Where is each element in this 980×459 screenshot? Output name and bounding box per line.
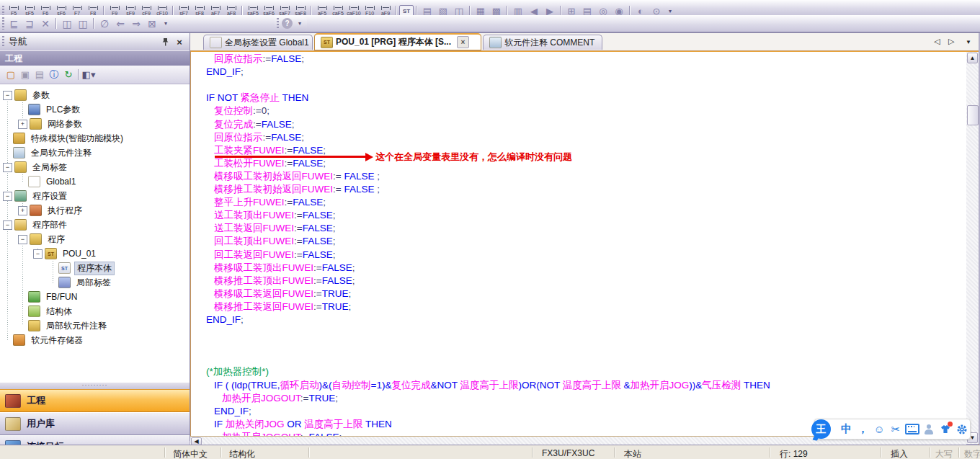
tree-item[interactable]: −全局标签: [0, 160, 69, 174]
tree-item-label: FB/FUN: [44, 292, 79, 302]
stack-button-project[interactable]: 工程: [0, 389, 190, 412]
toolbar-overflow-icon[interactable]: ▾: [666, 8, 674, 14]
tree-item[interactable]: 结构体: [0, 304, 74, 318]
expand-icon[interactable]: +: [18, 120, 27, 129]
tree-item[interactable]: Global1: [0, 174, 78, 189]
code-line[interactable]: 回原位指示:=FALSE;: [214, 53, 304, 65]
tree-item[interactable]: PLC参数: [0, 102, 82, 117]
ime-logo-icon[interactable]: 王: [811, 419, 831, 439]
tree-item[interactable]: −STPOU_01: [0, 246, 98, 261]
tree-item[interactable]: 全局软元件注释: [0, 146, 94, 160]
code-line[interactable]: 横移吸工装顶出FUWEI:=FALSE;: [214, 262, 355, 274]
collapse-icon[interactable]: −: [3, 91, 12, 100]
code-line[interactable]: 回工装返回FUWEI:=FALSE;: [214, 249, 335, 261]
code-line[interactable]: 复位完成:=FALSE;: [214, 119, 294, 130]
tab-scroll-left-icon[interactable]: ◁: [934, 37, 940, 46]
tree-item[interactable]: 局部软元件注释: [0, 318, 109, 333]
code-line[interactable]: END_IF;: [214, 406, 251, 417]
code-line[interactable]: 送工装返回FUWEI:=FALSE;: [214, 223, 335, 234]
code-line[interactable]: (*加热器控制*): [206, 366, 269, 378]
start-monitor-icon[interactable]: ◫: [59, 17, 75, 30]
outline-expand-icon[interactable]: ⊒: [22, 17, 37, 30]
profile-icon[interactable]: [920, 422, 937, 437]
stop-monitor-icon[interactable]: ◫: [75, 17, 91, 30]
help-icon[interactable]: ?: [282, 18, 293, 29]
sort-filter-icon[interactable]: ◧▾: [81, 68, 96, 82]
refresh-icon[interactable]: ↻: [61, 68, 76, 82]
pin-icon[interactable]: [159, 36, 171, 48]
stack-button-user-library[interactable]: 用户库: [0, 412, 190, 435]
code-line[interactable]: 横移推工装初始返回FUWEI:= FALSE ;: [214, 184, 380, 195]
delete-icon[interactable]: ✕: [37, 17, 53, 30]
tree-item[interactable]: ST程序本体: [0, 261, 115, 275]
settings-gear-icon[interactable]: [953, 422, 970, 437]
project-tree: −参数PLC参数+网络参数特殊模块(智能功能模块)全局软元件注释−全局标签Glo…: [0, 84, 190, 383]
tree-item[interactable]: +网络参数: [0, 117, 84, 131]
vertical-scrollbar-thumb[interactable]: [967, 105, 979, 125]
toolbar-overflow-icon[interactable]: ▾: [295, 20, 304, 27]
code-line[interactable]: 送工装顶出FUWEI:=FALSE;: [214, 210, 335, 221]
code-line[interactable]: 复位控制:=0;: [214, 105, 270, 117]
tab-close-icon[interactable]: ×: [457, 36, 469, 48]
code-line[interactable]: IF 加热关闭JOG OR 温度高于上限 THEN: [214, 419, 392, 430]
tree-item[interactable]: −参数: [0, 88, 52, 102]
verify-icon[interactable]: ⊠: [144, 17, 160, 30]
chinese-mode-icon[interactable]: 中: [838, 422, 855, 437]
code-line[interactable]: 回原位指示:=FALSE;: [214, 132, 304, 143]
code-line[interactable]: IF NOT 紧急停止 THEN: [206, 92, 308, 104]
new-item-icon[interactable]: ▢: [4, 68, 18, 82]
tab-scroll-right-icon[interactable]: ▷: [948, 37, 954, 46]
tree-item[interactable]: 局部标签: [0, 275, 113, 290]
code-line[interactable]: 横移推工装顶出FUWEI:=FALSE;: [214, 275, 355, 287]
tree-item[interactable]: FB/FUN: [0, 290, 79, 304]
read-from-plc-icon[interactable]: ⇐: [112, 17, 128, 30]
code-line[interactable]: 横移推工装返回FUWEI:=TRUE;: [214, 301, 351, 313]
collapse-icon[interactable]: −: [3, 220, 12, 230]
collapse-icon[interactable]: −: [18, 235, 27, 244]
punctuation-icon[interactable]: ，: [855, 422, 871, 437]
property-icon[interactable]: ⓘ: [47, 68, 61, 82]
document-tab-0[interactable]: 全局标签设置 Global1: [203, 35, 313, 50]
code-line[interactable]: 横移吸工装初始返回FUWEI:= FALSE ;: [214, 171, 380, 182]
code-line[interactable]: 回工装顶出FUWEI:=FALSE;: [214, 236, 335, 247]
outline-collapse-icon[interactable]: ⊑: [6, 17, 22, 30]
skin-icon[interactable]: [937, 422, 953, 437]
offline-icon[interactable]: ∅: [97, 17, 112, 30]
panel-splitter[interactable]: ·········: [0, 383, 190, 389]
code-line[interactable]: END_IF;: [206, 66, 244, 78]
code-line[interactable]: 工装夹紧FUWEI:=FALSE;: [214, 145, 326, 156]
ime-toolbar[interactable]: 王 中，☺✂: [814, 419, 971, 440]
emoji-icon[interactable]: ☺: [871, 422, 888, 437]
ladder-symbol-glyph: [41, 6, 50, 10]
code-line[interactable]: 横移吸工装返回FUWEI:=TRUE;: [214, 288, 351, 300]
document-tab-2[interactable]: 软元件注释 COMMENT: [483, 35, 602, 50]
scroll-up-icon[interactable]: ▲: [967, 53, 978, 63]
code-line[interactable]: END_IF;: [206, 314, 244, 326]
st-code-editor[interactable]: 回原位指示:=FALSE;END_IF;IF NOT 紧急停止 THEN复位控制…: [190, 52, 967, 436]
document-tab-1[interactable]: STPOU_01 [PRG] 程序本体 [S...×: [314, 33, 481, 50]
tab-menu-icon[interactable]: ▼: [966, 39, 971, 45]
tree-item[interactable]: 特殊模块(智能功能模块): [0, 131, 125, 146]
vertical-scrollbar[interactable]: ▲ ▼: [966, 52, 979, 444]
tree-item[interactable]: +执行程序: [0, 203, 84, 218]
tree-item[interactable]: 软元件存储器: [0, 333, 85, 347]
code-line[interactable]: 工装松开FUWEI:=FALSE;: [214, 158, 326, 169]
toolbar-overflow-icon[interactable]: ▾: [161, 20, 170, 27]
close-icon[interactable]: ×: [174, 36, 185, 48]
tree-item[interactable]: −程序: [0, 232, 67, 246]
copy-icon[interactable]: ▣: [18, 68, 32, 82]
paste-icon[interactable]: ▤: [32, 68, 47, 82]
screenshot-icon[interactable]: ✂: [888, 422, 904, 437]
tree-item-label: 网络参数: [45, 118, 84, 130]
code-line[interactable]: 整平上升FUWEI:=FALSE;: [214, 197, 326, 208]
code-line[interactable]: 加热开启JOGOUT:=TRUE;: [222, 393, 338, 404]
collapse-icon[interactable]: −: [3, 163, 12, 172]
collapse-icon[interactable]: −: [33, 249, 43, 259]
tree-item[interactable]: −程序设置: [0, 189, 69, 203]
collapse-icon[interactable]: −: [3, 192, 12, 201]
write-to-plc-icon[interactable]: ⇒: [128, 17, 144, 30]
code-line[interactable]: IF ( (ldp(TRUE,循环启动)&(自动控制=1)&复位完成&NOT 温…: [214, 380, 770, 391]
expand-icon[interactable]: +: [18, 206, 27, 215]
tree-item[interactable]: −程序部件: [0, 218, 69, 232]
keyboard-icon[interactable]: [904, 422, 921, 437]
